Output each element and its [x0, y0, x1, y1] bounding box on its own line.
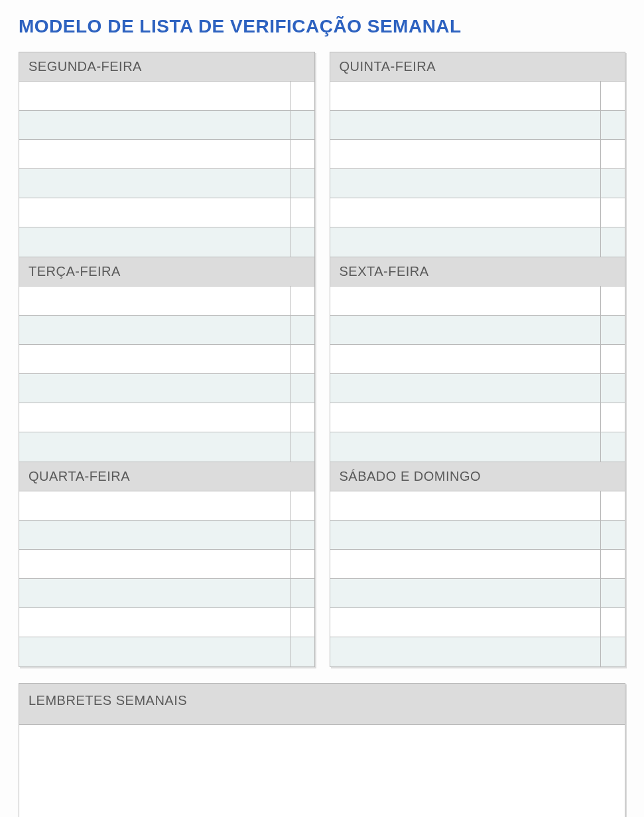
- check-cell[interactable]: [601, 579, 625, 607]
- check-cell[interactable]: [601, 140, 625, 168]
- task-cell[interactable]: [19, 82, 290, 110]
- check-cell[interactable]: [290, 345, 314, 373]
- check-cell[interactable]: [601, 227, 625, 257]
- check-cell[interactable]: [290, 111, 314, 139]
- check-cell[interactable]: [601, 403, 625, 432]
- check-cell[interactable]: [290, 608, 314, 637]
- task-cell[interactable]: [330, 637, 602, 666]
- check-cell[interactable]: [290, 169, 314, 198]
- check-cell[interactable]: [290, 286, 314, 315]
- check-cell[interactable]: [290, 403, 314, 432]
- reminders-header: LEMBRETES SEMANAIS: [19, 684, 625, 724]
- check-cell[interactable]: [290, 140, 314, 168]
- check-cell[interactable]: [290, 316, 314, 344]
- day-block: SEXTA-FEIRA: [330, 257, 626, 462]
- task-cell[interactable]: [330, 316, 602, 344]
- task-cell[interactable]: [19, 169, 290, 198]
- task-row: [330, 608, 625, 637]
- task-cell[interactable]: [330, 82, 602, 110]
- task-cell[interactable]: [19, 608, 290, 637]
- task-cell[interactable]: [19, 345, 290, 373]
- task-cell[interactable]: [330, 550, 602, 578]
- task-row: [330, 374, 625, 403]
- task-cell[interactable]: [330, 521, 602, 549]
- check-cell[interactable]: [601, 286, 625, 315]
- task-cell[interactable]: [19, 198, 290, 227]
- task-cell[interactable]: [19, 521, 290, 549]
- check-cell[interactable]: [290, 198, 314, 227]
- task-cell[interactable]: [19, 140, 290, 168]
- task-cell[interactable]: [19, 432, 290, 462]
- task-row: [19, 169, 314, 198]
- task-cell[interactable]: [330, 286, 602, 315]
- task-cell[interactable]: [330, 169, 602, 198]
- task-row: [330, 111, 625, 140]
- check-cell[interactable]: [601, 82, 625, 110]
- task-row: [330, 140, 625, 169]
- task-row: [330, 579, 625, 608]
- task-cell[interactable]: [330, 198, 602, 227]
- task-cell[interactable]: [19, 637, 290, 666]
- check-cell[interactable]: [290, 491, 314, 520]
- day-header: SEXTA-FEIRA: [330, 257, 625, 286]
- task-cell[interactable]: [19, 403, 290, 432]
- task-row: [330, 227, 625, 257]
- check-cell[interactable]: [290, 521, 314, 549]
- task-cell[interactable]: [19, 111, 290, 139]
- task-row: [19, 111, 314, 140]
- task-row: [330, 82, 625, 111]
- task-cell[interactable]: [330, 111, 602, 139]
- task-row: [19, 374, 314, 403]
- reminders-body[interactable]: [19, 724, 625, 817]
- check-cell[interactable]: [601, 374, 625, 403]
- day-block: QUINTA-FEIRA: [330, 52, 626, 257]
- task-cell[interactable]: [330, 579, 602, 607]
- check-cell[interactable]: [290, 432, 314, 462]
- task-cell[interactable]: [19, 491, 290, 520]
- check-cell[interactable]: [601, 198, 625, 227]
- check-cell[interactable]: [601, 637, 625, 666]
- check-cell[interactable]: [601, 169, 625, 198]
- check-cell[interactable]: [601, 550, 625, 578]
- task-row: [19, 550, 314, 579]
- check-cell[interactable]: [290, 374, 314, 403]
- check-cell[interactable]: [601, 432, 625, 462]
- check-cell[interactable]: [601, 316, 625, 344]
- task-cell[interactable]: [19, 550, 290, 578]
- task-row: [330, 198, 625, 227]
- check-cell[interactable]: [601, 111, 625, 139]
- check-cell[interactable]: [601, 608, 625, 637]
- week-columns: SEGUNDA-FEIRATERÇA-FEIRAQUARTA-FEIRA QUI…: [19, 52, 625, 674]
- task-row: [19, 491, 314, 521]
- check-cell[interactable]: [290, 227, 314, 257]
- check-cell[interactable]: [601, 345, 625, 373]
- task-row: [330, 286, 625, 316]
- task-cell[interactable]: [330, 491, 602, 520]
- check-cell[interactable]: [290, 82, 314, 110]
- check-cell[interactable]: [601, 521, 625, 549]
- check-cell[interactable]: [290, 579, 314, 607]
- task-row: [19, 521, 314, 550]
- task-cell[interactable]: [330, 345, 602, 373]
- task-row: [330, 432, 625, 462]
- task-cell[interactable]: [19, 316, 290, 344]
- task-row: [330, 403, 625, 432]
- task-cell[interactable]: [19, 286, 290, 315]
- task-row: [19, 432, 314, 462]
- task-cell[interactable]: [330, 227, 602, 257]
- task-cell[interactable]: [330, 432, 602, 462]
- check-cell[interactable]: [601, 491, 625, 520]
- task-row: [330, 521, 625, 550]
- day-header: QUINTA-FEIRA: [330, 52, 625, 82]
- day-block: QUARTA-FEIRA: [19, 462, 315, 667]
- reminders-block: LEMBRETES SEMANAIS: [19, 683, 625, 817]
- task-cell[interactable]: [330, 608, 602, 637]
- check-cell[interactable]: [290, 637, 314, 666]
- check-cell[interactable]: [290, 550, 314, 578]
- task-cell[interactable]: [19, 227, 290, 257]
- task-cell[interactable]: [330, 403, 602, 432]
- task-cell[interactable]: [330, 140, 602, 168]
- task-cell[interactable]: [19, 579, 290, 607]
- task-cell[interactable]: [330, 374, 602, 403]
- task-cell[interactable]: [19, 374, 290, 403]
